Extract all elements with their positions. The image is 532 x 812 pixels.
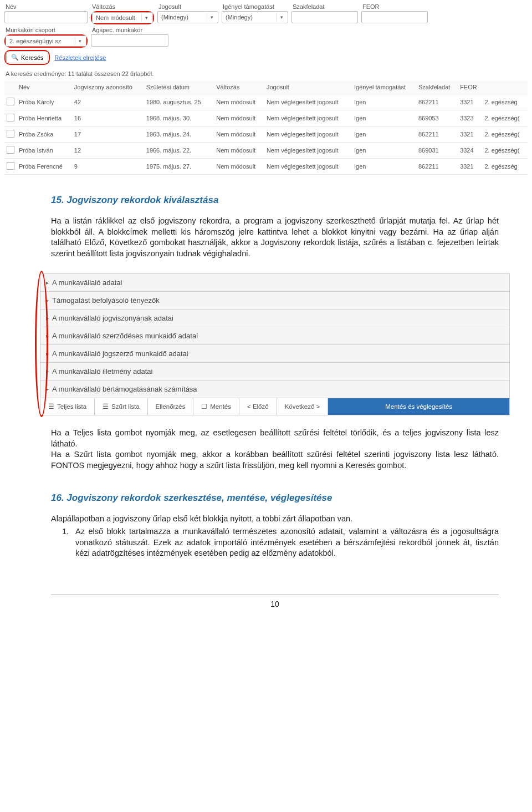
accordion-item[interactable]: ▸A munkavállaló adatai — [40, 274, 509, 292]
cell-group: 2. egészség( — [482, 143, 528, 159]
cell-jogviszony: 42 — [72, 94, 144, 110]
accordion-label: A munkavállaló jogviszonyának adatai — [52, 314, 173, 322]
cell-igenyel: Igen — [352, 159, 416, 175]
section-15b: Ha a Teljes lista gombot nyomják meg, az… — [0, 415, 532, 485]
accordion-label: A munkavállaló bértámogatásának számítás… — [52, 385, 197, 393]
cell-feor: 3321 — [458, 94, 482, 110]
row-checkbox[interactable] — [7, 98, 14, 105]
section-15-title: 15. Jogviszony rekordok kiválasztása — [51, 195, 499, 206]
chevron-down-icon: ▾ — [277, 13, 287, 22]
triangle-icon: ▸ — [46, 333, 49, 339]
cell-szuletesi: 1963. május. 24. — [144, 126, 214, 143]
cell-igenyel: Igen — [352, 94, 416, 110]
row-checkbox[interactable] — [7, 130, 14, 138]
section-15-p2: Ha a Teljes lista gombot nyomják meg, az… — [51, 428, 499, 449]
accordion-item[interactable]: ▸A munkavállaló bértámogatásának számítá… — [40, 380, 509, 398]
results-table-wrap: Név Jogviszony azonosító Születési dátum… — [0, 79, 532, 179]
accordion-label: A munkavállaló jogszerző munkaidő adatai — [52, 349, 188, 358]
input-feor[interactable] — [361, 11, 428, 23]
accordion-label: Támogatást befolyásoló tényezők — [52, 296, 160, 304]
cell-igenyel: Igen — [352, 110, 416, 126]
accordion-item[interactable]: ▸A munkavállaló szerződéses munkaidő ada… — [40, 327, 509, 345]
kovetkezo-button[interactable]: Következő > — [277, 398, 329, 415]
cell-feor: 3321 — [458, 126, 482, 143]
cell-igenyel: Igen — [352, 126, 416, 143]
table-row[interactable]: Próba István 12 1966. május. 22. Nem mód… — [4, 143, 528, 159]
accordion-label: A munkavállaló adatai — [52, 278, 122, 287]
accordion-item[interactable]: ▸Támogatást befolyásoló tényezők — [40, 292, 509, 309]
section-16-li1: 1. Az első blokk tartalmazza a munkaváll… — [62, 526, 499, 559]
triangle-icon: ▸ — [46, 297, 49, 303]
list-icon: ☰ — [103, 403, 109, 410]
accordion-item[interactable]: ▸A munkavállaló jogszerző munkaidő adata… — [40, 345, 509, 363]
cell-valtozas: Nem módosult — [214, 110, 264, 126]
cell-szuletesi: 1968. május. 30. — [144, 110, 214, 126]
row-checkbox[interactable] — [7, 162, 14, 170]
teljes-lista-button[interactable]: ☰Teljes lista — [40, 398, 95, 415]
cell-szakfeladat: 869031 — [416, 143, 458, 159]
cell-jogosult: Nem véglegesített jogosult — [264, 126, 352, 143]
cell-group: 2. egészség — [482, 159, 528, 175]
cell-feor: 3321 — [458, 159, 482, 175]
cell-igenyel: Igen — [352, 143, 416, 159]
cell-jogviszony: 9 — [72, 159, 144, 175]
cell-jogosult: Nem véglegesített jogosult — [264, 159, 352, 175]
accordion-item[interactable]: ▸A munkavállaló jogviszonyának adatai — [40, 309, 509, 327]
triangle-icon: ▸ — [46, 368, 49, 374]
cell-nev: Próba Henrietta — [17, 110, 72, 126]
cell-feor: 3324 — [458, 143, 482, 159]
cell-szuletesi: 1966. május. 22. — [144, 143, 214, 159]
cell-valtozas: Nem módosult — [214, 159, 264, 175]
highlight-search-btn: 🔍 Keresés — [4, 50, 50, 65]
cell-szuletesi: 1980. augusztus. 25. — [144, 94, 214, 110]
table-row[interactable]: Próba Henrietta 16 1968. május. 30. Nem … — [4, 110, 528, 126]
table-row[interactable]: Próba Ferencné 9 1975. május. 27. Nem mó… — [4, 159, 528, 175]
search-button[interactable]: 🔍 Keresés — [6, 52, 48, 63]
section-16-p1: Alapállapotban a jogviszony űrlap első k… — [51, 514, 499, 525]
accordion-panel: ▸A munkavállaló adatai▸Támogatást befoly… — [40, 273, 510, 415]
search-form-row2: Munkaköri csoport 2. egészségügyi sz ▾ Á… — [4, 27, 528, 48]
select-igenyel[interactable]: (Mindegy) ▾ — [222, 11, 288, 23]
details-hide-link[interactable]: Részletek elrejtése — [54, 54, 106, 61]
select-munkakori[interactable]: 2. egészségügyi sz ▾ — [6, 35, 86, 47]
input-agspec[interactable] — [91, 34, 168, 47]
search-icon: 🔍 — [11, 54, 19, 61]
section-15: 15. Jogviszony rekordok kiválasztása Ha … — [0, 179, 532, 273]
table-row[interactable]: Próba Zsóka 17 1963. május. 24. Nem módo… — [4, 126, 528, 143]
cell-jogviszony: 17 — [72, 126, 144, 143]
result-count-text: A keresés eredménye: 11 találat összesen… — [0, 68, 532, 79]
row-checkbox[interactable] — [7, 146, 14, 154]
elozo-button[interactable]: < Előző — [239, 398, 277, 415]
search-actions: 🔍 Keresés Részletek elrejtése — [4, 50, 528, 65]
accordion-item[interactable]: ▸A munkavállaló illetmény adatai — [40, 363, 509, 380]
cell-group: 2. egészség — [482, 94, 528, 110]
mentes-button[interactable]: ☐Mentés — [193, 398, 239, 415]
cell-jogosult: Nem véglegesített jogosult — [264, 110, 352, 126]
triangle-icon: ▸ — [46, 280, 49, 286]
label-valtozas: Változás — [91, 3, 154, 10]
highlight-valtozas: Nem módosult ▾ — [91, 11, 154, 24]
input-nev[interactable] — [4, 11, 88, 23]
ellenorzes-button[interactable]: Ellenőrzés — [148, 398, 194, 415]
label-igenyel: Igényel támogatást — [222, 3, 288, 10]
input-szakfeladat[interactable] — [291, 11, 358, 23]
cell-group: 2. egészség( — [482, 110, 528, 126]
cell-valtozas: Nem módosult — [214, 94, 264, 110]
triangle-icon: ▸ — [46, 315, 49, 321]
results-table: Név Jogviszony azonosító Születési dátum… — [4, 80, 528, 175]
mentes-veglegesites-button[interactable]: Mentés és véglegesítés — [328, 398, 509, 415]
row-checkbox[interactable] — [7, 114, 14, 121]
chevron-down-icon: ▾ — [75, 37, 85, 45]
select-jogosult[interactable]: (Mindegy) ▾ — [157, 11, 218, 23]
select-valtozas[interactable]: Nem módosult ▾ — [92, 12, 153, 23]
cell-nev: Próba Károly — [17, 94, 72, 110]
section-15-p1: Ha a listán ráklikkel az első jogviszony… — [51, 216, 499, 259]
chevron-down-icon: ▾ — [141, 14, 151, 22]
table-row[interactable]: Próba Károly 42 1980. augusztus. 25. Nem… — [4, 94, 528, 110]
cell-valtozas: Nem módosult — [214, 143, 264, 159]
cell-jogosult: Nem véglegesített jogosult — [264, 94, 352, 110]
cell-valtozas: Nem módosult — [214, 126, 264, 143]
triangle-icon: ▸ — [46, 386, 49, 392]
szurt-lista-button[interactable]: ☰Szűrt lista — [95, 398, 148, 415]
search-form-row1: Név Változás Nem módosult ▾ Jogosult (Mi… — [4, 3, 528, 24]
